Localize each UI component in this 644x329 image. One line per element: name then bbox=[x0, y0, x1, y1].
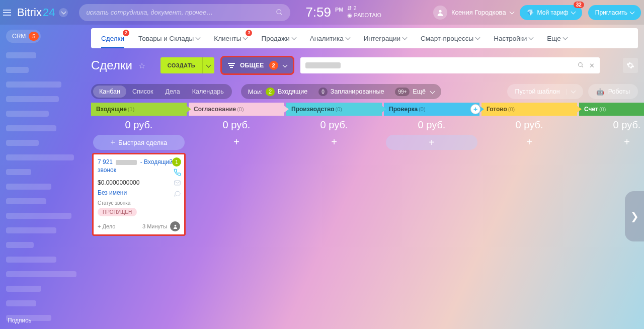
planned-link[interactable]: Запланированные bbox=[331, 88, 384, 95]
create-label[interactable]: СОЗДАТЬ bbox=[160, 62, 202, 68]
view-pill-Дела[interactable]: Дела bbox=[159, 86, 186, 98]
filter-search[interactable]: ✕ bbox=[300, 57, 600, 73]
filter-search-icon[interactable] bbox=[578, 62, 584, 69]
column-add-button[interactable]: + bbox=[386, 135, 477, 150]
card-status-tag: ПРОПУЩЕН bbox=[98, 208, 137, 216]
filter-label: ОБЩЕЕ bbox=[240, 62, 264, 69]
my-label: Мои: bbox=[248, 88, 263, 96]
tab-0[interactable]: Сделки2 bbox=[101, 28, 124, 48]
phone-icon[interactable] bbox=[174, 169, 181, 176]
svg-rect-5 bbox=[175, 181, 180, 185]
card-title[interactable]: 7 921 - Входящий звонок bbox=[98, 158, 180, 174]
column-header[interactable]: Входящие (1) bbox=[91, 103, 187, 116]
view-pill-Список[interactable]: Список bbox=[126, 86, 159, 98]
filter-badge: 2 bbox=[269, 61, 278, 70]
kanban-column-0: Входящие (1)0 руб.+Быстрая сделка17 921 … bbox=[91, 103, 187, 329]
settings-gear-button[interactable] bbox=[623, 58, 638, 73]
clock-time: 7:59 bbox=[305, 5, 331, 20]
planned-badge: 0 bbox=[318, 88, 328, 96]
card-add-deal[interactable]: + Дело bbox=[98, 223, 115, 229]
search-input[interactable] bbox=[86, 9, 276, 16]
logo[interactable]: Bitrix 24 bbox=[17, 6, 68, 19]
column-header[interactable]: Производство (0) bbox=[286, 103, 382, 116]
column-sum: 0 руб. bbox=[384, 116, 479, 134]
view-pill-Канбан[interactable]: Канбан bbox=[93, 86, 126, 98]
create-dropdown-icon[interactable] bbox=[202, 57, 214, 73]
card-amount: $0.0000000000 bbox=[98, 179, 180, 186]
card-status-label: Статус звонка bbox=[98, 200, 180, 206]
column-add-icon[interactable]: + bbox=[470, 104, 480, 114]
my-filter-group: Мои: 2 Входящие 0 Запланированные 99+ Ещ… bbox=[241, 84, 441, 99]
filter-clear-icon[interactable]: ✕ bbox=[589, 62, 595, 69]
tab-3[interactable]: Продажи bbox=[261, 28, 295, 48]
chevron-down-icon bbox=[476, 36, 479, 41]
tab-2[interactable]: Клиенты3 bbox=[214, 28, 247, 48]
clock-ampm: PM bbox=[335, 7, 344, 13]
tab-4[interactable]: Аналитика bbox=[310, 28, 350, 48]
view-pill-Календарь[interactable]: Календарь bbox=[186, 86, 230, 98]
column-sum: 0 руб. bbox=[481, 116, 577, 134]
logo-chevron-icon[interactable] bbox=[59, 8, 68, 17]
tab-badge: 2 bbox=[123, 30, 129, 36]
user-menu[interactable]: Ксения Городкова bbox=[433, 6, 514, 20]
kanban-column-1: Согласование (0)0 руб.+ bbox=[189, 103, 284, 329]
card-avatar-icon[interactable] bbox=[170, 221, 180, 231]
chevron-down-icon bbox=[529, 36, 533, 41]
mail-icon[interactable] bbox=[174, 179, 181, 187]
invite-button[interactable]: Пригласить bbox=[588, 5, 641, 20]
robot-icon: 🤖 bbox=[596, 88, 604, 96]
tab-6[interactable]: Смарт-процессы bbox=[421, 28, 479, 48]
chat-icon[interactable] bbox=[174, 190, 181, 197]
user-chevron-icon[interactable] bbox=[510, 9, 514, 16]
card-side-icons bbox=[174, 169, 181, 197]
global-search[interactable] bbox=[79, 4, 290, 21]
crm-badge: 5 bbox=[29, 32, 39, 41]
column-add-button[interactable]: + bbox=[581, 135, 644, 149]
card-time: 3 Минуты bbox=[142, 223, 167, 229]
create-button[interactable]: СОЗДАТЬ bbox=[160, 57, 214, 73]
view-switch-row: КанбанСписокДелаКалендарь Мои: 2 Входящи… bbox=[91, 84, 638, 100]
filter-button[interactable]: ОБЩЕЕ 2 bbox=[220, 56, 294, 75]
svg-point-2 bbox=[439, 10, 441, 12]
tab-7[interactable]: Настройки bbox=[494, 28, 533, 48]
bottom-signature[interactable]: Подпись bbox=[8, 317, 32, 324]
robots-button[interactable]: 🤖 Роботы bbox=[588, 84, 638, 99]
quick-add-button[interactable]: +Быстрая сделка bbox=[93, 135, 185, 150]
column-add-button[interactable]: + bbox=[484, 135, 575, 149]
clock-meta1: 2 bbox=[354, 5, 357, 11]
card-chip: 1 bbox=[172, 157, 181, 167]
chevron-down-icon bbox=[564, 36, 567, 41]
tariff-button[interactable]: 💎 Мой тариф 32 bbox=[520, 5, 582, 20]
title-row: Сделки ☆ СОЗДАТЬ ОБЩЕЕ 2 ✕ bbox=[91, 54, 638, 76]
crm-label: CRM bbox=[12, 33, 26, 40]
clock[interactable]: 7:59 PM ⇵ 2 ◉ РАБОТАЮ bbox=[305, 5, 381, 20]
menu-icon[interactable] bbox=[3, 10, 11, 16]
template-chevron-icon[interactable] bbox=[566, 89, 575, 95]
column-header[interactable]: Готово (0) bbox=[481, 103, 577, 116]
filter-icon bbox=[228, 63, 235, 68]
card-contact[interactable]: Без имени bbox=[98, 189, 180, 196]
tab-1[interactable]: Товары и Склады bbox=[138, 28, 200, 48]
more-badge: 99+ bbox=[395, 88, 410, 96]
template-button[interactable]: Пустой шаблон bbox=[507, 84, 583, 99]
template-label: Пустой шаблон bbox=[515, 88, 560, 95]
svg-point-0 bbox=[277, 10, 281, 14]
more-link[interactable]: Ещё bbox=[413, 88, 426, 95]
scroll-right-handle[interactable]: ❯ bbox=[625, 191, 644, 241]
tab-5[interactable]: Интеграции bbox=[364, 28, 407, 48]
more-chevron-icon[interactable] bbox=[431, 87, 434, 96]
tab-8[interactable]: Еще bbox=[547, 28, 567, 48]
column-header[interactable]: Согласование (0) bbox=[189, 103, 284, 116]
incoming-link[interactable]: Входящие bbox=[278, 88, 307, 95]
filter-chevron-icon bbox=[283, 61, 287, 70]
column-header[interactable]: Проверка (0)+ bbox=[384, 103, 479, 116]
crm-pill[interactable]: CRM 5 bbox=[6, 30, 41, 43]
kanban-column-4: Готово (0)0 руб.+ bbox=[481, 103, 577, 329]
page-title: Сделки bbox=[91, 58, 132, 72]
column-add-button[interactable]: + bbox=[191, 135, 282, 149]
column-header[interactable]: Счет (0) bbox=[579, 103, 644, 116]
column-add-button[interactable]: + bbox=[288, 135, 380, 149]
deal-card[interactable]: 17 921 - Входящий звонок$0.0000000000Без… bbox=[92, 153, 186, 236]
search-icon[interactable] bbox=[276, 9, 283, 16]
favorite-star-icon[interactable]: ☆ bbox=[138, 61, 145, 70]
